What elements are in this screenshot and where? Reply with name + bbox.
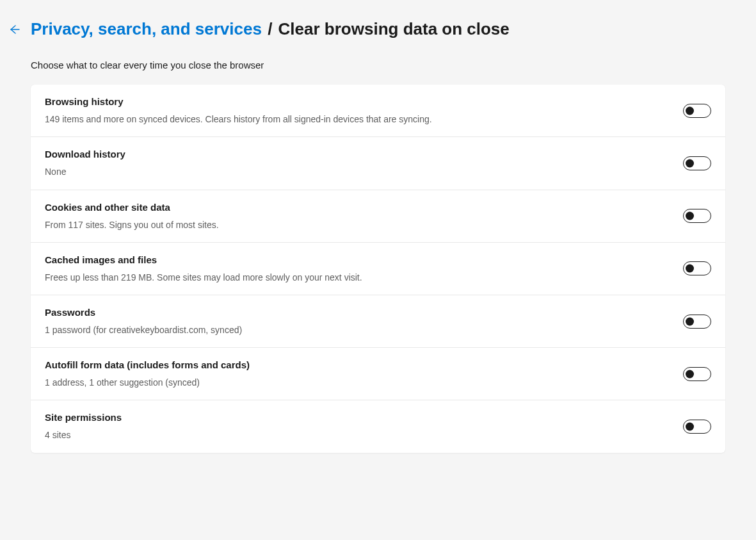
option-description: 1 password (for creativekeyboardist.com,…	[45, 324, 670, 336]
option-description: Frees up less than 219 MB. Some sites ma…	[45, 272, 670, 283]
toggle-site-permissions[interactable]	[683, 420, 711, 434]
toggle-knob	[686, 265, 694, 273]
clear-data-options-card: Browsing history 149 items and more on s…	[31, 85, 725, 452]
settings-page: Privacy, search, and services / Clear br…	[0, 0, 756, 453]
breadcrumb: Privacy, search, and services / Clear br…	[31, 19, 510, 39]
toggle-browsing-history[interactable]	[683, 104, 711, 118]
option-title: Browsing history	[45, 96, 670, 107]
toggle-knob	[686, 106, 694, 115]
option-row-autofill: Autofill form data (includes forms and c…	[31, 348, 725, 400]
toggle-autofill[interactable]	[683, 367, 711, 381]
option-text: Passwords 1 password (for creativekeyboa…	[45, 307, 670, 336]
option-title: Cached images and files	[45, 254, 670, 265]
option-text: Site permissions 4 sites	[45, 412, 670, 441]
option-text: Download history None	[45, 149, 670, 177]
option-title: Site permissions	[45, 412, 670, 423]
option-row-download-history: Download history None	[31, 137, 725, 190]
toggle-knob	[686, 317, 694, 325]
breadcrumb-current: Clear browsing data on close	[278, 19, 510, 38]
option-text: Cookies and other site data From 117 sit…	[45, 202, 670, 231]
option-title: Passwords	[45, 307, 670, 318]
option-title: Autofill form data (includes forms and c…	[45, 359, 670, 370]
option-description: 4 sites	[45, 429, 670, 441]
toggle-cached-images[interactable]	[683, 261, 711, 275]
option-description: 1 address, 1 other suggestion (synced)	[45, 377, 670, 388]
option-row-cached-images: Cached images and files Frees up less th…	[31, 243, 725, 295]
toggle-passwords[interactable]	[683, 315, 711, 329]
option-description: From 117 sites. Signs you out of most si…	[45, 219, 670, 231]
toggle-download-history[interactable]	[683, 156, 711, 170]
option-row-passwords: Passwords 1 password (for creativekeyboa…	[31, 295, 725, 348]
toggle-knob	[686, 212, 694, 220]
option-row-browsing-history: Browsing history 149 items and more on s…	[31, 85, 725, 137]
option-title: Download history	[45, 149, 670, 160]
page-header: Privacy, search, and services / Clear br…	[0, 19, 756, 39]
option-row-cookies: Cookies and other site data From 117 sit…	[31, 190, 725, 243]
toggle-cookies[interactable]	[683, 209, 711, 223]
option-text: Autofill form data (includes forms and c…	[45, 359, 670, 388]
toggle-knob	[686, 422, 694, 430]
toggle-knob	[686, 370, 694, 378]
option-text: Browsing history 149 items and more on s…	[45, 96, 670, 125]
option-row-site-permissions: Site permissions 4 sites	[31, 400, 725, 452]
toggle-knob	[686, 159, 694, 167]
option-description: None	[45, 166, 670, 177]
option-description: 149 items and more on synced devices. Cl…	[45, 113, 670, 125]
breadcrumb-separator: /	[268, 19, 277, 38]
back-arrow-icon[interactable]	[8, 23, 20, 36]
page-subtitle: Choose what to clear every time you clos…	[0, 60, 756, 70]
breadcrumb-parent-link[interactable]: Privacy, search, and services	[31, 19, 262, 38]
option-text: Cached images and files Frees up less th…	[45, 254, 670, 283]
option-title: Cookies and other site data	[45, 202, 670, 213]
